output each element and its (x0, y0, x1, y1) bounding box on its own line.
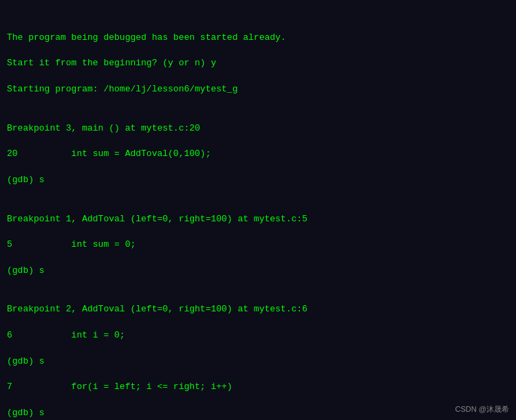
terminal-content: The program being debugged has been star… (7, 5, 509, 420)
terminal-line: Breakpoint 3, main () at mytest.c:20 (7, 122, 509, 135)
terminal-line: 6 int i = 0; (7, 329, 509, 342)
terminal-line: The program being debugged has been star… (7, 32, 509, 45)
terminal-line: Starting program: /home/lj/lesson6/mytes… (7, 83, 509, 96)
terminal-line: (gdb) s (7, 407, 509, 420)
terminal-line: (gdb) s (7, 265, 509, 278)
terminal-line: 5 int sum = 0; (7, 239, 509, 252)
terminal-line: 20 int sum = AddToval(0,100); (7, 148, 509, 161)
terminal-line: (gdb) s (7, 174, 509, 187)
watermark: CSDN @沐晟希 (455, 404, 509, 415)
terminal-line: 7 for(i = left; i <= right; i++) (7, 381, 509, 394)
terminal-line: Start it from the beginning? (y or n) y (7, 57, 509, 70)
terminal-line: Breakpoint 1, AddToval (left=0, right=10… (7, 213, 509, 226)
terminal-window: The program being debugged has been star… (0, 0, 516, 420)
terminal-line: Breakpoint 2, AddToval (left=0, right=10… (7, 303, 509, 316)
terminal-line: (gdb) s (7, 355, 509, 368)
